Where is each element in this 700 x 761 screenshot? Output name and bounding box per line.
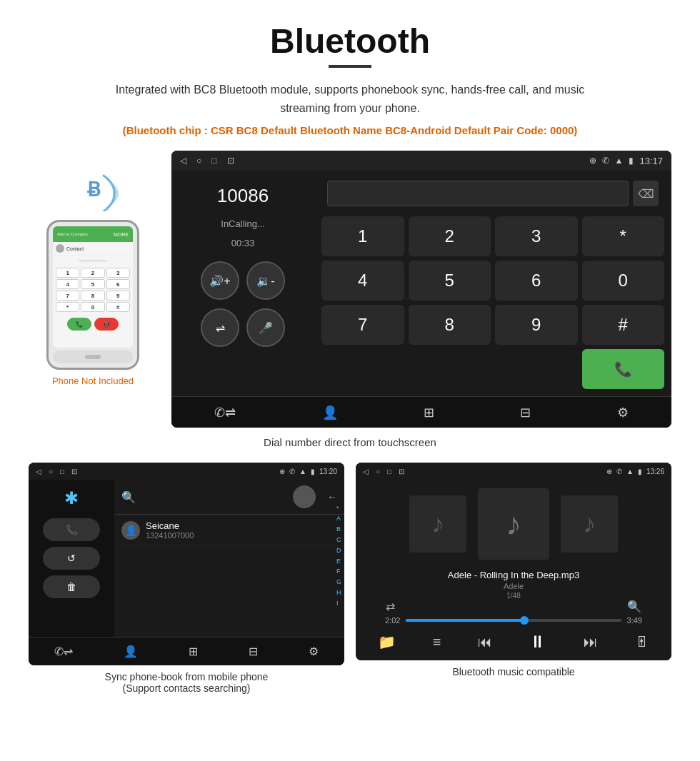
numpad-5[interactable]: 5 — [409, 261, 491, 301]
numpad-7[interactable]: 7 — [321, 305, 404, 345]
phone-home-bar — [85, 355, 101, 359]
music-shuffle-icon[interactable]: ⇄ — [386, 600, 395, 613]
home-nav-icon: ○ — [196, 156, 201, 166]
vol-down-btn[interactable]: 🔉- — [246, 261, 285, 300]
music-note-right: ♪ — [583, 509, 596, 539]
music-list-icon[interactable]: ≡ — [433, 634, 441, 650]
music-eq-icon[interactable]: 🎚 — [635, 634, 649, 650]
statusbar-time: 13:17 — [639, 156, 663, 166]
back-nav-icon: ◁ — [180, 156, 186, 166]
music-albums-row: ♪ ♪ ♪ — [409, 488, 618, 560]
numpad-1[interactable]: 1 — [321, 216, 404, 256]
pb-recent-icon: □ — [60, 468, 64, 475]
numpad-call-btn[interactable]: 📞 — [582, 349, 665, 389]
music-prev-icon[interactable]: ⏮ — [478, 634, 492, 650]
pb-search-row: 🔍 ← — [114, 480, 344, 515]
phone-contact-row: Contact — [53, 242, 133, 256]
pb-search-icon: 🔍 — [121, 490, 136, 504]
navbar-device-icon[interactable]: ⊟ — [520, 405, 531, 420]
dial-backspace-btn[interactable]: ⌫ — [633, 181, 659, 206]
bt-info: (Bluetooth chip : CSR BC8 Default Blueto… — [29, 124, 671, 136]
battery-icon: ▮ — [629, 156, 634, 166]
numpad-star[interactable]: * — [582, 216, 665, 256]
pb-nav-settings[interactable]: ⚙ — [309, 645, 319, 658]
pb-location-icon: ⊕ — [279, 468, 285, 475]
phone-not-included: Phone Not Included — [52, 376, 134, 386]
numpad-8[interactable]: 8 — [409, 305, 491, 345]
numpad-6[interactable]: 6 — [495, 261, 578, 301]
numpad-zero[interactable]: 0 — [582, 261, 665, 301]
pb-statusbar-right: ⊕ ✆ ▲ ▮ 13:20 — [279, 468, 337, 475]
music-search-icon[interactable]: 🔍 — [627, 600, 641, 613]
pb-contact-avatar: 👤 — [121, 521, 140, 540]
pb-contact-number: 13241007000 — [146, 531, 194, 540]
phone-screen: Add to Contacts MORE Contact ──────── 1 … — [53, 226, 133, 348]
pb-call-btn[interactable]: 📞 — [43, 518, 100, 541]
phone-illustration: Ƀ Add to Contacts MORE Contact ──────── — [29, 151, 157, 386]
navbar-contacts-icon[interactable]: 👤 — [322, 405, 338, 420]
dial-left-panel: 10086 InCalling... 00:33 🔊+ 🔉- ⇌ 🎤 — [171, 171, 314, 396]
music-notif-icon: ⊡ — [399, 468, 404, 475]
music-caption: Bluetooth music compatible — [356, 666, 671, 677]
music-battery-icon: ▮ — [638, 468, 642, 475]
pb-search-input[interactable] — [141, 488, 281, 505]
music-time-total: 3:49 — [627, 616, 642, 625]
phone-key-5: 5 — [81, 279, 104, 289]
numpad-4[interactable]: 4 — [321, 261, 404, 301]
music-folder-icon[interactable]: 📁 — [378, 633, 396, 650]
music-next-icon[interactable]: ⏭ — [584, 634, 598, 650]
transfer-btn[interactable]: ⇌ — [201, 308, 239, 347]
pb-caption: Sync phone-book from mobile phone (Suppo… — [29, 671, 344, 694]
music-track-num: 1/48 — [506, 592, 520, 600]
dial-caption: Dial number direct from touchscreen — [29, 436, 671, 448]
pb-statusbar-left: ◁ ○ □ ⊡ — [36, 468, 77, 475]
numpad-9[interactable]: 9 — [495, 305, 578, 345]
notif-icon: ⊡ — [227, 156, 234, 166]
music-artist: Adele — [504, 582, 524, 590]
pb-contact-row[interactable]: 👤 Seicane 13241007000 — [114, 515, 344, 546]
statusbar-right: ⊕ ✆ ▲ ▮ 13:17 — [589, 156, 663, 166]
music-album-right: ♪ — [561, 495, 618, 553]
pb-nav-contacts[interactable]: 👤 — [124, 645, 138, 658]
alpha-star: * — [336, 505, 341, 512]
music-play-icon[interactable]: ⏸ — [529, 632, 546, 652]
music-signal-icon: ▲ — [626, 468, 634, 475]
navbar-settings-icon[interactable]: ⚙ — [617, 405, 629, 420]
alpha-f: F — [336, 568, 341, 575]
pb-avatar-placeholder — [293, 485, 316, 508]
music-progress-bar[interactable] — [406, 619, 621, 622]
dial-input-field[interactable] — [327, 181, 629, 206]
phone-mockup: Add to Contacts MORE Contact ──────── 1 … — [46, 220, 139, 370]
pb-bt-icon: ✱ — [64, 488, 79, 508]
music-statusbar-right: ⊕ ✆ ▲ ▮ 13:26 — [606, 468, 664, 475]
pb-time: 13:20 — [319, 468, 337, 475]
music-phone-icon: ✆ — [616, 468, 622, 475]
dial-status: InCalling... — [221, 218, 264, 229]
phone-home-btn — [53, 351, 133, 363]
navbar-grid-icon[interactable]: ⊞ — [424, 405, 434, 420]
dial-input-row: ⌫ — [321, 178, 664, 209]
phone-contact-name: Contact — [66, 246, 84, 251]
pb-refresh-btn[interactable]: ↺ — [43, 547, 100, 570]
pb-notif-icon: ⊡ — [71, 468, 77, 475]
alpha-b: B — [336, 525, 341, 533]
pb-back-arrow[interactable]: ← — [327, 491, 337, 503]
pb-nav-call[interactable]: ✆⇌ — [54, 645, 73, 658]
pb-phone-icon: ✆ — [289, 468, 295, 475]
music-statusbar-left: ◁ ○ □ ⊡ — [363, 468, 404, 475]
music-recent-icon: □ — [387, 468, 391, 475]
navbar-call-icon[interactable]: ✆⇌ — [214, 405, 236, 420]
pb-contact-name: Seicane — [146, 520, 194, 531]
numpad-2[interactable]: 2 — [409, 216, 491, 256]
pb-delete-btn[interactable]: 🗑 — [43, 575, 100, 598]
vol-up-btn[interactable]: 🔊+ — [201, 261, 239, 300]
pb-nav-device[interactable]: ⊟ — [249, 645, 258, 658]
numpad-hash[interactable]: # — [582, 305, 665, 345]
numpad-3[interactable]: 3 — [495, 216, 578, 256]
phone-number-hint: ──────── — [53, 256, 133, 265]
pb-nav-grid[interactable]: ⊞ — [189, 645, 198, 658]
mic-btn[interactable]: 🎤 — [246, 308, 285, 347]
pb-battery-icon: ▮ — [311, 468, 315, 475]
dial-numpad: 1 2 3 * 4 5 6 0 7 8 9 # — [321, 216, 664, 389]
phone-header-more: MORE — [114, 232, 129, 237]
